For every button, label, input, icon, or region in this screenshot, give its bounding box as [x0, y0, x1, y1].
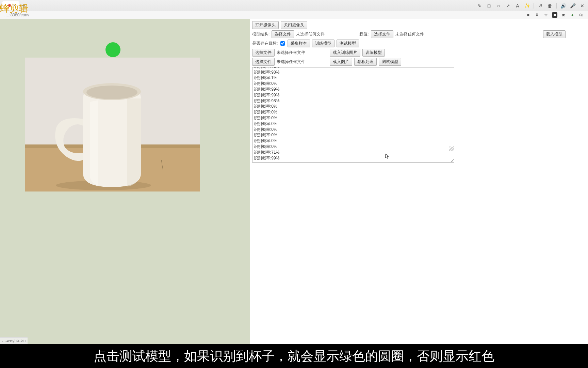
- file-text-2: 未选择任何文件: [277, 50, 305, 56]
- collect-sample-button[interactable]: 采集样本: [288, 40, 310, 47]
- camera-ext-icon[interactable]: ■: [525, 12, 531, 18]
- close-icon[interactable]: ✕: [579, 3, 585, 9]
- load-image-button[interactable]: 载入图片: [330, 58, 352, 66]
- download-ext-icon[interactable]: ⬇: [534, 12, 540, 18]
- weights-file-text: 未选择任何文件: [395, 31, 424, 37]
- has-target-label: 是否存在目标:: [252, 41, 278, 46]
- train-model-button-2[interactable]: 训练模型: [362, 49, 385, 57]
- file-text-3: 未选择任何文件: [277, 59, 305, 65]
- toolbar-separator: [556, 3, 557, 9]
- output-line: 识别概率:99%: [254, 155, 453, 161]
- load-model-button[interactable]: 载入模型: [543, 30, 566, 38]
- globe-ext-icon[interactable]: ●: [570, 12, 575, 18]
- output-line: 识别概率:0%: [254, 115, 453, 121]
- test-model-button[interactable]: 测试模型: [337, 40, 359, 47]
- main-content: 打开摄像头 关闭摄像头 模型结构: 选择文件 未选择任何文件 权值: 选择文件 …: [0, 19, 588, 368]
- caption-bar: 点击测试模型，如果识别到杯子，就会显示绿色的圆圈，否则显示红色: [0, 344, 588, 368]
- output-line: 识别概率:98%: [254, 70, 453, 75]
- mic-icon[interactable]: 🎤: [570, 3, 576, 9]
- output-line: 识别概率:71%: [254, 67, 453, 70]
- wand-icon[interactable]: ✨: [524, 3, 530, 9]
- output-line: 识别概率:0%: [254, 81, 453, 87]
- watermark-label: 蜂剪辑: [0, 2, 29, 15]
- output-line: 识别概率:99%: [254, 92, 453, 98]
- conv-process-button[interactable]: 卷积处理: [354, 58, 377, 66]
- mouse-cursor-icon: [385, 153, 390, 160]
- choose-file-button-2[interactable]: 选择文件: [252, 49, 275, 57]
- camera-feed-image: [25, 58, 200, 191]
- circle-icon[interactable]: ○: [495, 3, 502, 9]
- close-camera-button[interactable]: 关闭摄像头: [281, 21, 307, 29]
- struct-file-text: 未选择任何文件: [296, 31, 325, 37]
- open-camera-button[interactable]: 打开摄像头: [252, 21, 279, 29]
- output-line: 识别概率:1%: [254, 75, 453, 81]
- output-textarea[interactable]: 99=>0.0002034074276170373识别概率:71%识别概率:98…: [252, 67, 454, 163]
- output-line: 识别概率:0%: [254, 144, 453, 150]
- ae-ext-icon[interactable]: æ: [561, 12, 566, 18]
- bookmark-star-icon[interactable]: ☆: [543, 12, 549, 18]
- test-model-button-2[interactable]: 测试模型: [379, 58, 401, 66]
- output-line: 识别概率:0%: [254, 121, 453, 127]
- trash-icon[interactable]: 🗑: [547, 3, 553, 9]
- sound-icon[interactable]: 🔊: [560, 3, 566, 9]
- svg-point-5: [86, 86, 137, 99]
- output-line: 识别概率:0%: [254, 109, 453, 115]
- bag-ext-icon[interactable]: 🛍: [578, 12, 584, 18]
- toolbar-separator: [534, 3, 534, 9]
- arrow-icon[interactable]: ↗: [505, 3, 511, 9]
- resize-grip-icon[interactable]: [449, 147, 454, 151]
- status-bar: ….weights.bin: [0, 337, 28, 344]
- output-line: 识别概率:0%: [254, 138, 453, 144]
- pencil-icon[interactable]: ✎: [476, 3, 483, 9]
- output-line: 识别概率:71%: [254, 150, 453, 155]
- url-bar: ….:8080/conv ■ ⬇ ☆ ■ æ ● 🛍: [0, 11, 588, 19]
- train-model-button[interactable]: 训练模型: [312, 40, 334, 47]
- load-train-image-button[interactable]: 载入训练图片: [330, 49, 360, 57]
- caption-text: 点击测试模型，如果识别到杯子，就会显示绿色的圆圈，否则显示红色: [94, 348, 494, 365]
- camera-panel: [0, 19, 250, 368]
- weights-label: 权值:: [359, 31, 369, 37]
- undo-icon[interactable]: ↺: [537, 3, 543, 9]
- output-line: 识别概率:0%: [254, 127, 453, 133]
- control-panel: 打开摄像头 关闭摄像头 模型结构: 选择文件 未选择任何文件 权值: 选择文件 …: [250, 19, 588, 368]
- output-line: 识别概率:99%: [254, 87, 453, 92]
- choose-struct-file-button[interactable]: 选择文件: [272, 30, 294, 38]
- has-target-checkbox[interactable]: [280, 41, 285, 46]
- annotation-toolbar: ✎ □ ○ ↗ A ✨ ↺ 🗑 🔊 🎤 ✕: [476, 3, 585, 9]
- output-line: 识别概率:98%: [254, 98, 453, 104]
- choose-weights-file-button[interactable]: 选择文件: [371, 30, 393, 38]
- square-icon[interactable]: □: [486, 3, 492, 9]
- extension-icons: ■ ⬇ ☆ ■ æ ● 🛍: [525, 12, 584, 18]
- choose-file-button-3[interactable]: 选择文件: [252, 58, 275, 66]
- evernote-ext-icon[interactable]: ■: [552, 12, 557, 18]
- output-line: 识别概率:0%: [254, 104, 453, 109]
- text-icon[interactable]: A: [514, 3, 521, 9]
- model-struct-label: 模型结构:: [252, 31, 270, 37]
- output-line: 识别概率:0%: [254, 132, 453, 138]
- detection-indicator-circle: [105, 42, 120, 57]
